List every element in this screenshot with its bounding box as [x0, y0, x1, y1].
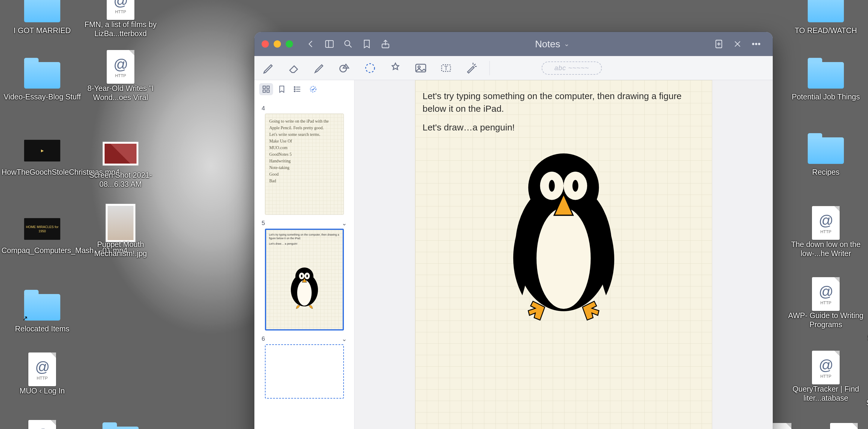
goodnotes-window: Notes ⌄ T abc ~~~~~ 4	[254, 32, 773, 429]
folder-icon	[102, 427, 138, 429]
desktop-label: MUO ‹ Log In	[20, 386, 65, 395]
bookmarks-tab[interactable]	[275, 83, 289, 95]
desktop-item-querytracker[interactable]: @HTTP QueryTracker | Find liter...atabas…	[784, 353, 868, 402]
desktop-item-fmn-films[interactable]: @HTTP FMN, a list of films by LizBa...tt…	[79, 0, 163, 38]
folder-icon	[808, 62, 844, 89]
desktop-item-video-essay[interactable]: Video-Essay-Blog Stuff	[0, 60, 84, 101]
svg-rect-21	[263, 90, 266, 92]
pen-tool[interactable]	[260, 60, 277, 76]
thumb-line: Let's try typing something on the comput…	[269, 233, 340, 240]
select-tab[interactable]	[306, 83, 320, 95]
desktop-item-down-low[interactable]: @HTTP The down low on the low-...he Writ…	[784, 208, 868, 258]
desktop-item-submit-to[interactable]: Stuff to Submit To!	[865, 301, 868, 342]
desktop-item-puppet[interactable]: Puppet Mouth Mechanism!.jpg	[79, 208, 163, 258]
note-page[interactable]: Let's try typing something on the comput…	[415, 80, 712, 429]
bookmark-button[interactable]	[361, 38, 373, 50]
desktop-item-screenshot[interactable]: Screen Shot 2021-08...6.33 AM	[79, 139, 163, 189]
webloc-icon: @HTTP	[812, 206, 840, 240]
page-thumbnail-6-selected[interactable]: Let's try typing something on the comput…	[265, 229, 344, 330]
desktop-item-muo-login[interactable]: @HTTP MUO ‹ Log In	[0, 354, 84, 395]
webloc-icon: @HTTP	[28, 353, 56, 386]
svg-point-44	[572, 180, 578, 192]
desktop-item-buy-maybe[interactable]: Stuff to Maybe Buy Maybe?	[865, 366, 868, 416]
sticker-tool[interactable]	[387, 60, 404, 76]
page-number-6[interactable]: 6⌄	[259, 333, 349, 344]
desktop-item-fanfiction[interactable]: Fanfiction	[865, 181, 868, 222]
svg-point-29	[310, 87, 316, 92]
svg-point-27	[294, 89, 296, 90]
minimize-window-button[interactable]	[274, 40, 281, 47]
webloc-icon: @HTTP	[107, 0, 134, 20]
desktop-label: Puppet Mouth Mechanism!.jpg	[80, 240, 161, 258]
desktop-item-8yr-old[interactable]: @HTTP 8-Year-Old Writes "I Wond...oes Vi…	[79, 52, 163, 102]
canvas-area[interactable]: Let's try typing something on the comput…	[354, 80, 773, 429]
desktop-item-potential-job[interactable]: Potential Job Things	[784, 60, 868, 101]
search-button[interactable]	[342, 38, 354, 50]
desktop-item-awp-guide[interactable]: @HTTP AWP- Guide to Writing Programs	[784, 279, 868, 329]
svg-point-10	[752, 43, 754, 44]
svg-point-36	[306, 275, 308, 277]
desktop-label: 8-Year-Old Writes "I Wond...oes Viral	[80, 84, 161, 102]
chevron-down-icon: ⌄	[564, 40, 569, 48]
image-tool[interactable]	[412, 60, 429, 76]
sidebar-scroll[interactable]: 4 Going to write on the iPad with theApp…	[254, 98, 354, 429]
sidebar-view-tabs	[254, 80, 354, 98]
desktop-item-relocated[interactable]: ↗ Relocated Items	[0, 292, 84, 333]
desktop-item-right-webloc-cut2[interactable]: @HTTP	[802, 425, 868, 429]
folder-icon	[24, 0, 60, 22]
desktop-label: AWP- Guide to Writing Programs	[785, 311, 867, 329]
chevron-down-icon: ⌄	[342, 335, 347, 342]
text-style-field[interactable]: abc ~~~~~	[541, 62, 602, 75]
laser-pointer-tool[interactable]	[463, 60, 480, 76]
desktop-item-recipes[interactable]: Recipes	[784, 136, 868, 176]
svg-point-40	[536, 207, 591, 309]
close-window-button[interactable]	[261, 40, 269, 47]
svg-point-2	[345, 41, 350, 46]
desktop-item-left-webloc-cut[interactable]: @HTTP	[0, 422, 84, 429]
desktop-label: Recipes	[812, 167, 839, 176]
highlighter-tool[interactable]	[311, 60, 328, 76]
outline-tab[interactable]	[290, 83, 304, 95]
eraser-tool[interactable]	[286, 60, 303, 76]
desktop-label: FMN, a list of films by LizBa...tterboxd	[80, 20, 161, 38]
image-icon	[105, 204, 135, 242]
desktop-item-to-read[interactable]: TO READ/WATCH	[784, 0, 868, 35]
zoom-window-button[interactable]	[286, 40, 293, 47]
desktop-item-i-got-married[interactable]: I GOT MARRIED	[0, 0, 84, 35]
desktop-item-gooch[interactable]: ▶ HowTheGoochStoleChristmas.mp4	[0, 136, 84, 176]
back-button[interactable]	[304, 38, 317, 50]
desktop-label: The down low on the low-...he Writer	[785, 240, 867, 258]
lasso-tool[interactable]	[362, 60, 378, 76]
desktop-item-art-stuff[interactable]: Art Stuff	[865, 60, 868, 101]
svg-point-32	[297, 280, 312, 306]
desktop-label: Compaq_Computers_Mash...-01.mp4	[1, 246, 83, 255]
thumbnails-tab[interactable]	[259, 83, 273, 95]
share-button[interactable]	[379, 38, 392, 50]
video-icon: ▶	[24, 140, 60, 162]
close-tab-button[interactable]	[731, 38, 744, 50]
text-tool[interactable]: T	[438, 60, 455, 76]
image-icon	[102, 141, 138, 166]
more-menu-button[interactable]	[750, 38, 763, 50]
desktop-label: I GOT MARRIED	[13, 26, 71, 35]
add-page-thumbnail[interactable]	[265, 344, 344, 399]
page-sidebar: 4 Going to write on the iPad with theApp…	[254, 80, 354, 429]
desktop-item-compaq[interactable]: HOME MIRACLES for 1950 Compaq_Computers_…	[0, 214, 84, 255]
svg-point-14	[366, 64, 374, 72]
page-number-5[interactable]: 5⌄	[259, 218, 349, 229]
shape-tool[interactable]	[336, 60, 353, 76]
desktop-item-left-folder-cut[interactable]	[79, 425, 163, 429]
desktop-label: Screen Shot 2021-08...6.33 AM	[80, 170, 161, 189]
desktop-label: Potential Job Things	[792, 92, 860, 101]
document-title[interactable]: Notes ⌄	[395, 39, 710, 50]
desktop-item-webcomics[interactable]: Webcomics	[865, 0, 868, 38]
desktop-label: Video-Essay-Blog Stuff	[4, 92, 81, 101]
add-page-button[interactable]	[712, 38, 725, 50]
thumb-line: Let's draw… a penguin!	[269, 242, 340, 245]
webloc-icon: @HTTP	[812, 277, 840, 311]
desktop-item-ukulele[interactable]: Ukulele Stuff	[865, 241, 868, 282]
page-thumbnail-5[interactable]: Going to write on the iPad with theApple…	[265, 113, 344, 215]
sidebar-toggle-button[interactable]	[323, 38, 336, 50]
desktop-item-writing-stuff[interactable]: Writing Stuff	[865, 118, 868, 159]
penguin-drawing	[423, 140, 705, 330]
